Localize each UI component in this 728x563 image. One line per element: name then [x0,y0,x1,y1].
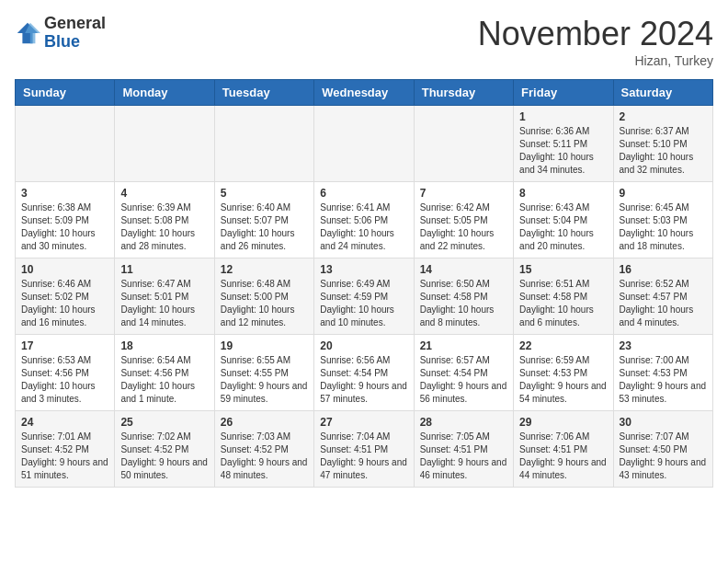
day-info: Sunrise: 7:03 AMSunset: 4:52 PMDaylight:… [221,431,308,482]
day-number: 21 [420,339,507,352]
day-info: Sunrise: 6:59 AMSunset: 4:53 PMDaylight:… [519,354,607,406]
weekday-header-tuesday: Tuesday [214,80,313,106]
weekday-header-thursday: Thursday [414,80,513,106]
day-info: Sunrise: 7:01 AMSunset: 4:52 PMDaylight:… [21,431,108,482]
day-info: Sunrise: 6:50 AMSunset: 4:58 PMDaylight:… [420,278,507,329]
day-info: Sunrise: 6:55 AMSunset: 4:55 PMDaylight:… [221,354,308,406]
day-info: Sunrise: 6:48 AMSunset: 5:00 PMDaylight:… [221,278,308,329]
calendar-cell [115,106,214,182]
day-info: Sunrise: 7:05 AMSunset: 4:51 PMDaylight:… [420,431,507,482]
calendar-cell: 22Sunrise: 6:59 AMSunset: 4:53 PMDayligh… [514,335,613,411]
day-info: Sunrise: 6:52 AMSunset: 4:57 PMDaylight:… [620,278,707,329]
day-info: Sunrise: 7:02 AMSunset: 4:52 PMDaylight:… [120,431,208,482]
calendar-cell: 6Sunrise: 6:41 AMSunset: 5:06 PMDaylight… [314,182,414,259]
calendar-cell: 19Sunrise: 6:55 AMSunset: 4:55 PMDayligh… [214,335,313,411]
day-info: Sunrise: 6:40 AMSunset: 5:07 PMDaylight:… [221,201,308,253]
day-info: Sunrise: 6:56 AMSunset: 4:54 PMDaylight:… [320,354,407,406]
calendar-cell: 13Sunrise: 6:49 AMSunset: 4:59 PMDayligh… [314,259,414,335]
calendar-cell: 24Sunrise: 7:01 AMSunset: 4:52 PMDayligh… [16,411,115,488]
day-info: Sunrise: 6:42 AMSunset: 5:05 PMDaylight:… [420,201,507,253]
day-number: 23 [620,339,707,352]
day-info: Sunrise: 6:36 AMSunset: 5:11 PMDaylight:… [519,125,607,177]
calendar-cell: 16Sunrise: 6:52 AMSunset: 4:57 PMDayligh… [613,259,712,335]
day-number: 30 [620,416,707,429]
calendar-cell [214,106,313,182]
day-number: 3 [21,187,108,200]
day-number: 16 [620,263,707,276]
day-number: 1 [519,110,607,123]
month-title: November 2024 [478,15,713,53]
day-number: 10 [21,263,108,276]
day-number: 14 [420,263,507,276]
calendar-cell: 14Sunrise: 6:50 AMSunset: 4:58 PMDayligh… [414,259,513,335]
day-info: Sunrise: 6:37 AMSunset: 5:10 PMDaylight:… [620,125,707,177]
calendar-cell: 30Sunrise: 7:07 AMSunset: 4:50 PMDayligh… [613,411,712,488]
calendar-cell: 29Sunrise: 7:06 AMSunset: 4:51 PMDayligh… [514,411,613,488]
calendar-week-row: 1Sunrise: 6:36 AMSunset: 5:11 PMDaylight… [16,106,713,182]
calendar-cell: 11Sunrise: 6:47 AMSunset: 5:01 PMDayligh… [115,259,214,335]
day-number: 18 [120,339,208,352]
day-info: Sunrise: 6:47 AMSunset: 5:01 PMDaylight:… [120,278,208,329]
day-info: Sunrise: 6:39 AMSunset: 5:08 PMDaylight:… [120,201,208,253]
day-number: 7 [420,187,507,200]
weekday-header-friday: Friday [514,80,613,106]
calendar-table: SundayMondayTuesdayWednesdayThursdayFrid… [15,79,713,488]
calendar-cell: 17Sunrise: 6:53 AMSunset: 4:56 PMDayligh… [16,335,115,411]
day-number: 13 [320,263,407,276]
calendar-cell: 1Sunrise: 6:36 AMSunset: 5:11 PMDaylight… [514,106,613,182]
day-info: Sunrise: 7:00 AMSunset: 4:53 PMDaylight:… [620,354,707,406]
day-number: 28 [420,416,507,429]
title-block: November 2024 Hizan, Turkey [478,15,713,68]
weekday-header-row: SundayMondayTuesdayWednesdayThursdayFrid… [16,80,713,106]
day-info: Sunrise: 6:57 AMSunset: 4:54 PMDaylight:… [420,354,507,406]
day-number: 22 [519,339,607,352]
logo-text: General Blue [44,15,106,52]
calendar-cell: 15Sunrise: 6:51 AMSunset: 4:58 PMDayligh… [514,259,613,335]
calendar-cell: 25Sunrise: 7:02 AMSunset: 4:52 PMDayligh… [115,411,214,488]
day-info: Sunrise: 6:38 AMSunset: 5:09 PMDaylight:… [21,201,108,253]
day-number: 19 [221,339,308,352]
day-info: Sunrise: 7:04 AMSunset: 4:51 PMDaylight:… [320,431,407,482]
calendar-cell: 28Sunrise: 7:05 AMSunset: 4:51 PMDayligh… [414,411,513,488]
day-info: Sunrise: 6:46 AMSunset: 5:02 PMDaylight:… [21,278,108,329]
day-info: Sunrise: 7:07 AMSunset: 4:50 PMDaylight:… [620,431,707,482]
day-number: 5 [221,187,308,200]
logo-icon [15,20,40,46]
calendar-cell: 7Sunrise: 6:42 AMSunset: 5:05 PMDaylight… [414,182,513,259]
calendar-cell [314,106,414,182]
calendar-week-row: 17Sunrise: 6:53 AMSunset: 4:56 PMDayligh… [16,335,713,411]
calendar-week-row: 10Sunrise: 6:46 AMSunset: 5:02 PMDayligh… [16,259,713,335]
logo-blue: Blue [44,32,80,51]
day-number: 29 [519,416,607,429]
day-number: 6 [320,187,407,200]
day-number: 8 [519,187,607,200]
day-info: Sunrise: 6:41 AMSunset: 5:06 PMDaylight:… [320,201,407,253]
day-number: 25 [120,416,208,429]
day-number: 12 [221,263,308,276]
day-info: Sunrise: 6:49 AMSunset: 4:59 PMDaylight:… [320,278,407,329]
calendar-cell: 21Sunrise: 6:57 AMSunset: 4:54 PMDayligh… [414,335,513,411]
calendar-cell: 2Sunrise: 6:37 AMSunset: 5:10 PMDaylight… [613,106,712,182]
day-number: 9 [620,187,707,200]
day-info: Sunrise: 6:45 AMSunset: 5:03 PMDaylight:… [620,201,707,253]
calendar-cell: 26Sunrise: 7:03 AMSunset: 4:52 PMDayligh… [214,411,313,488]
weekday-header-monday: Monday [115,80,214,106]
logo: General Blue [15,15,106,52]
day-info: Sunrise: 6:53 AMSunset: 4:56 PMDaylight:… [21,354,108,406]
day-number: 20 [320,339,407,352]
calendar-cell: 5Sunrise: 6:40 AMSunset: 5:07 PMDaylight… [214,182,313,259]
calendar-cell: 20Sunrise: 6:56 AMSunset: 4:54 PMDayligh… [314,335,414,411]
calendar-cell: 12Sunrise: 6:48 AMSunset: 5:00 PMDayligh… [214,259,313,335]
weekday-header-saturday: Saturday [613,80,712,106]
calendar-cell: 3Sunrise: 6:38 AMSunset: 5:09 PMDaylight… [16,182,115,259]
weekday-header-wednesday: Wednesday [314,80,414,106]
calendar-cell: 9Sunrise: 6:45 AMSunset: 5:03 PMDaylight… [613,182,712,259]
calendar-week-row: 3Sunrise: 6:38 AMSunset: 5:09 PMDaylight… [16,182,713,259]
calendar-cell: 10Sunrise: 6:46 AMSunset: 5:02 PMDayligh… [16,259,115,335]
weekday-header-sunday: Sunday [16,80,115,106]
logo-general: General [44,14,106,32]
calendar-cell: 18Sunrise: 6:54 AMSunset: 4:56 PMDayligh… [115,335,214,411]
day-number: 24 [21,416,108,429]
calendar-cell [414,106,513,182]
day-info: Sunrise: 6:51 AMSunset: 4:58 PMDaylight:… [519,278,607,329]
